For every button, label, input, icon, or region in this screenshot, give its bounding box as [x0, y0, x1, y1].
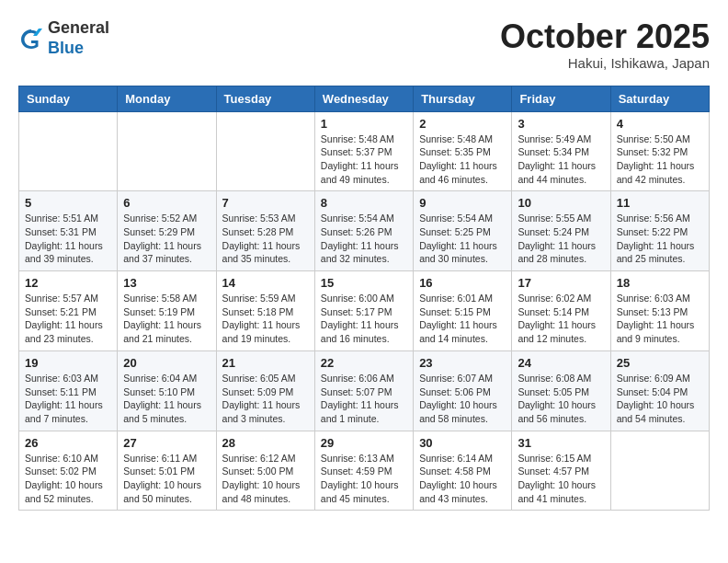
- day-number: 19: [25, 356, 111, 370]
- day-info: Sunrise: 5:52 AM Sunset: 5:29 PM Dayligh…: [123, 212, 210, 266]
- calendar-cell: 8Sunrise: 5:54 AM Sunset: 5:26 PM Daylig…: [314, 191, 413, 271]
- day-info: Sunrise: 6:04 AM Sunset: 5:10 PM Dayligh…: [123, 372, 210, 426]
- calendar-cell: 13Sunrise: 5:58 AM Sunset: 5:19 PM Dayli…: [118, 271, 216, 351]
- day-info: Sunrise: 6:00 AM Sunset: 5:17 PM Dayligh…: [321, 292, 407, 346]
- day-number: 9: [419, 196, 506, 210]
- day-number: 17: [518, 276, 604, 290]
- day-info: Sunrise: 6:08 AM Sunset: 5:05 PM Dayligh…: [518, 372, 604, 426]
- calendar-cell: 16Sunrise: 6:01 AM Sunset: 5:15 PM Dayli…: [414, 271, 512, 351]
- calendar-week-1: 1Sunrise: 5:48 AM Sunset: 5:37 PM Daylig…: [19, 111, 710, 191]
- calendar-week-4: 19Sunrise: 6:03 AM Sunset: 5:11 PM Dayli…: [19, 350, 710, 431]
- day-info: Sunrise: 5:54 AM Sunset: 5:26 PM Dayligh…: [321, 212, 407, 266]
- calendar-cell: 20Sunrise: 6:04 AM Sunset: 5:10 PM Dayli…: [118, 350, 216, 431]
- day-number: 20: [123, 356, 210, 370]
- weekday-header-wednesday: Wednesday: [314, 86, 413, 111]
- calendar-cell: [610, 431, 709, 511]
- day-number: 5: [25, 196, 111, 210]
- day-info: Sunrise: 5:51 AM Sunset: 5:31 PM Dayligh…: [25, 212, 111, 266]
- calendar-cell: 31Sunrise: 6:15 AM Sunset: 4:57 PM Dayli…: [512, 431, 610, 511]
- calendar-cell: 11Sunrise: 5:56 AM Sunset: 5:22 PM Dayli…: [610, 191, 709, 271]
- day-number: 24: [518, 356, 604, 370]
- calendar-cell: 15Sunrise: 6:00 AM Sunset: 5:17 PM Dayli…: [314, 271, 413, 351]
- title-block: October 2025 Hakui, Ishikawa, Japan: [500, 18, 710, 71]
- weekday-header-thursday: Thursday: [414, 86, 512, 111]
- day-info: Sunrise: 6:11 AM Sunset: 5:01 PM Dayligh…: [123, 452, 210, 506]
- calendar-cell: 12Sunrise: 5:57 AM Sunset: 5:21 PM Dayli…: [19, 271, 118, 351]
- day-info: Sunrise: 6:13 AM Sunset: 4:59 PM Dayligh…: [321, 452, 407, 506]
- day-number: 25: [617, 356, 703, 370]
- location: Hakui, Ishikawa, Japan: [500, 55, 710, 71]
- day-number: 2: [419, 117, 506, 131]
- weekday-header-monday: Monday: [118, 86, 216, 111]
- day-number: 23: [419, 356, 506, 370]
- calendar-cell: 17Sunrise: 6:02 AM Sunset: 5:14 PM Dayli…: [512, 271, 610, 351]
- day-number: 15: [321, 276, 407, 290]
- day-number: 22: [321, 356, 407, 370]
- day-number: 30: [419, 436, 506, 450]
- day-number: 8: [321, 196, 407, 210]
- day-number: 18: [617, 276, 703, 290]
- calendar-cell: 4Sunrise: 5:50 AM Sunset: 5:32 PM Daylig…: [610, 111, 709, 191]
- calendar-week-5: 26Sunrise: 6:10 AM Sunset: 5:02 PM Dayli…: [19, 431, 710, 511]
- calendar-cell: 10Sunrise: 5:55 AM Sunset: 5:24 PM Dayli…: [512, 191, 610, 271]
- day-number: 6: [123, 196, 210, 210]
- day-number: 31: [518, 436, 604, 450]
- day-info: Sunrise: 6:06 AM Sunset: 5:07 PM Dayligh…: [321, 372, 407, 426]
- day-number: 12: [25, 276, 111, 290]
- calendar-cell: [19, 111, 118, 191]
- weekday-header-tuesday: Tuesday: [216, 86, 314, 111]
- day-number: 7: [222, 196, 309, 210]
- day-number: 29: [321, 436, 407, 450]
- calendar-cell: 25Sunrise: 6:09 AM Sunset: 5:04 PM Dayli…: [610, 350, 709, 431]
- calendar-week-2: 5Sunrise: 5:51 AM Sunset: 5:31 PM Daylig…: [19, 191, 710, 271]
- logo: General Blue: [18, 18, 109, 58]
- weekday-header-saturday: Saturday: [610, 86, 709, 111]
- calendar-cell: 23Sunrise: 6:07 AM Sunset: 5:06 PM Dayli…: [414, 350, 512, 431]
- day-info: Sunrise: 5:48 AM Sunset: 5:35 PM Dayligh…: [419, 132, 506, 187]
- day-number: 27: [123, 436, 210, 450]
- calendar-cell: 24Sunrise: 6:08 AM Sunset: 5:05 PM Dayli…: [512, 350, 610, 431]
- calendar-cell: 6Sunrise: 5:52 AM Sunset: 5:29 PM Daylig…: [118, 191, 216, 271]
- month-title: October 2025: [500, 18, 710, 55]
- day-info: Sunrise: 5:48 AM Sunset: 5:37 PM Dayligh…: [321, 132, 407, 187]
- calendar-cell: 19Sunrise: 6:03 AM Sunset: 5:11 PM Dayli…: [19, 350, 118, 431]
- logo-text: General Blue: [48, 18, 109, 58]
- calendar-cell: [216, 111, 314, 191]
- day-info: Sunrise: 5:57 AM Sunset: 5:21 PM Dayligh…: [25, 292, 111, 346]
- day-number: 14: [222, 276, 309, 290]
- calendar: SundayMondayTuesdayWednesdayThursdayFrid…: [18, 86, 710, 511]
- day-number: 11: [617, 196, 703, 210]
- calendar-cell: 3Sunrise: 5:49 AM Sunset: 5:34 PM Daylig…: [512, 111, 610, 191]
- day-number: 4: [617, 117, 703, 131]
- day-info: Sunrise: 5:50 AM Sunset: 5:32 PM Dayligh…: [617, 132, 703, 187]
- day-info: Sunrise: 5:55 AM Sunset: 5:24 PM Dayligh…: [518, 212, 604, 266]
- weekday-header-friday: Friday: [512, 86, 610, 111]
- day-info: Sunrise: 6:15 AM Sunset: 4:57 PM Dayligh…: [518, 452, 604, 506]
- calendar-cell: 30Sunrise: 6:14 AM Sunset: 4:58 PM Dayli…: [414, 431, 512, 511]
- day-info: Sunrise: 6:03 AM Sunset: 5:13 PM Dayligh…: [617, 292, 703, 346]
- day-info: Sunrise: 5:49 AM Sunset: 5:34 PM Dayligh…: [518, 132, 604, 187]
- calendar-cell: 1Sunrise: 5:48 AM Sunset: 5:37 PM Daylig…: [314, 111, 413, 191]
- day-info: Sunrise: 5:59 AM Sunset: 5:18 PM Dayligh…: [222, 292, 309, 346]
- calendar-week-3: 12Sunrise: 5:57 AM Sunset: 5:21 PM Dayli…: [19, 271, 710, 351]
- day-number: 28: [222, 436, 309, 450]
- day-info: Sunrise: 5:54 AM Sunset: 5:25 PM Dayligh…: [419, 212, 506, 266]
- calendar-cell: 9Sunrise: 5:54 AM Sunset: 5:25 PM Daylig…: [414, 191, 512, 271]
- weekday-header-sunday: Sunday: [19, 86, 118, 111]
- logo-icon: [18, 26, 44, 52]
- day-info: Sunrise: 6:09 AM Sunset: 5:04 PM Dayligh…: [617, 372, 703, 426]
- calendar-cell: 2Sunrise: 5:48 AM Sunset: 5:35 PM Daylig…: [414, 111, 512, 191]
- calendar-cell: 22Sunrise: 6:06 AM Sunset: 5:07 PM Dayli…: [314, 350, 413, 431]
- day-info: Sunrise: 6:05 AM Sunset: 5:09 PM Dayligh…: [222, 372, 309, 426]
- calendar-cell: 29Sunrise: 6:13 AM Sunset: 4:59 PM Dayli…: [314, 431, 413, 511]
- day-number: 16: [419, 276, 506, 290]
- calendar-cell: 7Sunrise: 5:53 AM Sunset: 5:28 PM Daylig…: [216, 191, 314, 271]
- calendar-cell: 14Sunrise: 5:59 AM Sunset: 5:18 PM Dayli…: [216, 271, 314, 351]
- page-header: General Blue October 2025 Hakui, Ishikaw…: [18, 18, 710, 71]
- calendar-cell: 26Sunrise: 6:10 AM Sunset: 5:02 PM Dayli…: [19, 431, 118, 511]
- day-info: Sunrise: 5:58 AM Sunset: 5:19 PM Dayligh…: [123, 292, 210, 346]
- day-info: Sunrise: 5:53 AM Sunset: 5:28 PM Dayligh…: [222, 212, 309, 266]
- day-info: Sunrise: 6:01 AM Sunset: 5:15 PM Dayligh…: [419, 292, 506, 346]
- calendar-cell: [118, 111, 216, 191]
- day-number: 10: [518, 196, 604, 210]
